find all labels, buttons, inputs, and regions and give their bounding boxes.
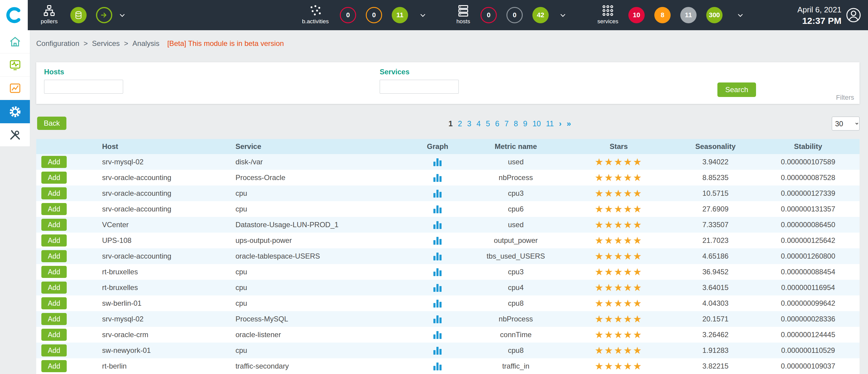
breadcrumb-services[interactable]: Services bbox=[92, 39, 120, 48]
stars-rating: ★★★★★ bbox=[563, 283, 674, 292]
add-button[interactable]: Add bbox=[41, 313, 67, 325]
status-badge-warning[interactable]: 0 bbox=[366, 7, 382, 23]
add-button[interactable]: Add bbox=[41, 266, 67, 278]
add-button[interactable]: Add bbox=[41, 156, 67, 168]
graph-icon[interactable] bbox=[433, 268, 441, 276]
stars-rating: ★★★★★ bbox=[563, 173, 674, 182]
status-badge-warning[interactable]: 8 bbox=[654, 7, 671, 23]
add-button[interactable]: Add bbox=[41, 219, 67, 231]
status-badge-up[interactable]: 42 bbox=[532, 7, 549, 23]
table-row: Add srv-oracle-accounting Process-Oracle… bbox=[36, 170, 860, 185]
sidebar-item-home[interactable] bbox=[0, 30, 30, 54]
status-badge-critical[interactable]: 0 bbox=[340, 7, 356, 23]
add-button[interactable]: Add bbox=[41, 203, 67, 215]
hosts-filter-input[interactable] bbox=[44, 80, 123, 94]
services-menu[interactable]: services bbox=[590, 4, 626, 25]
stability-cell: 0.000000107589 bbox=[756, 158, 860, 166]
hosts-menu[interactable]: hosts bbox=[445, 4, 482, 25]
page-link[interactable]: 3 bbox=[467, 119, 471, 128]
bactivities-chevron-down-icon[interactable] bbox=[419, 11, 427, 19]
status-badge-unreachable[interactable]: 0 bbox=[506, 7, 523, 23]
page-link[interactable]: 2 bbox=[458, 119, 462, 128]
filter-panel: Hosts Services Search Filters bbox=[36, 62, 860, 104]
graph-icon[interactable] bbox=[433, 221, 441, 229]
bactivities-status-badges: 0 0 11 bbox=[340, 7, 408, 23]
seasonality-cell: 27.6909 bbox=[674, 205, 756, 213]
sidebar-item-monitoring[interactable] bbox=[0, 54, 30, 77]
metric-name-cell: nbProcess bbox=[468, 173, 563, 182]
graph-icon[interactable] bbox=[433, 315, 441, 323]
add-button[interactable]: Add bbox=[41, 282, 67, 294]
page-link[interactable]: 9 bbox=[523, 119, 527, 128]
status-badge-ok[interactable]: 11 bbox=[392, 7, 408, 23]
add-button[interactable]: Add bbox=[41, 234, 67, 247]
service-cell: Process-Oracle bbox=[236, 173, 406, 182]
page-link[interactable]: 11 bbox=[546, 119, 554, 128]
add-button[interactable]: Add bbox=[41, 187, 67, 199]
graph-icon[interactable] bbox=[433, 330, 441, 339]
page-link[interactable]: 8 bbox=[514, 119, 518, 128]
graph-icon[interactable] bbox=[433, 158, 441, 166]
stability-cell: 0.000000088454 bbox=[756, 268, 860, 276]
pollers-menu[interactable]: pollers bbox=[31, 4, 67, 25]
services-filter-input[interactable] bbox=[380, 80, 459, 94]
top-bar: pollers b.activities 0 0 11 bbox=[0, 0, 868, 30]
host-cell: sw-newyork-01 bbox=[102, 346, 236, 355]
filters-toggle[interactable]: Filters bbox=[836, 94, 854, 102]
graph-icon[interactable] bbox=[433, 252, 441, 260]
search-button[interactable]: Search bbox=[717, 83, 756, 97]
status-badge-critical[interactable]: 10 bbox=[628, 7, 645, 23]
bactivities-menu[interactable]: b.activities bbox=[297, 4, 334, 25]
add-button[interactable]: Add bbox=[41, 250, 67, 262]
pollers-chevron-down-icon[interactable] bbox=[118, 11, 126, 19]
graph-icon[interactable] bbox=[433, 362, 441, 370]
seasonality-cell: 3.64015 bbox=[674, 283, 756, 292]
page-size-select[interactable]: 30 bbox=[832, 117, 860, 131]
stars-rating: ★★★★★ bbox=[563, 298, 674, 308]
table-row: Add rt-berlin traffic-secondary traffic_… bbox=[36, 358, 860, 374]
sidebar-item-configuration[interactable] bbox=[0, 100, 30, 123]
page-link[interactable]: 6 bbox=[495, 119, 499, 128]
add-button[interactable]: Add bbox=[41, 172, 67, 184]
breadcrumb-analysis[interactable]: Analysis bbox=[132, 39, 159, 48]
stability-cell: 0.000000125642 bbox=[756, 236, 860, 245]
database-icon[interactable] bbox=[70, 7, 87, 23]
centreon-logo[interactable] bbox=[0, 0, 28, 30]
user-profile-icon[interactable] bbox=[846, 7, 861, 23]
breadcrumb-configuration[interactable]: Configuration bbox=[36, 39, 80, 48]
add-button[interactable]: Add bbox=[41, 344, 67, 356]
graph-icon[interactable] bbox=[433, 346, 441, 355]
status-badge-down[interactable]: 0 bbox=[480, 7, 497, 23]
service-cell: cpu bbox=[236, 299, 406, 308]
sidebar-item-reporting[interactable] bbox=[0, 77, 30, 100]
page-link[interactable]: 5 bbox=[486, 119, 490, 128]
sidebar-item-administration[interactable] bbox=[0, 123, 30, 146]
status-badge-unknown[interactable]: 11 bbox=[680, 7, 696, 23]
graph-icon[interactable] bbox=[433, 299, 441, 308]
gauge-icon[interactable] bbox=[96, 7, 112, 23]
hosts-chevron-down-icon[interactable] bbox=[559, 11, 567, 19]
back-button[interactable]: Back bbox=[37, 117, 66, 130]
centreon-c-icon bbox=[5, 6, 23, 24]
metric-name-cell: nbProcess bbox=[468, 315, 563, 323]
graph-icon[interactable] bbox=[433, 236, 441, 245]
services-chevron-down-icon[interactable] bbox=[736, 11, 744, 19]
metric-name-cell: tbs_used_USERS bbox=[468, 252, 563, 260]
page-link[interactable]: 10 bbox=[532, 119, 541, 128]
last-page-button[interactable]: » bbox=[567, 119, 571, 128]
graph-icon[interactable] bbox=[433, 189, 441, 198]
graph-icon[interactable] bbox=[433, 205, 441, 213]
status-badge-ok[interactable]: 300 bbox=[706, 7, 722, 23]
seasonality-cell: 3.94022 bbox=[674, 158, 756, 166]
add-button[interactable]: Add bbox=[41, 329, 67, 341]
page-link[interactable]: 7 bbox=[504, 119, 508, 128]
add-button[interactable]: Add bbox=[41, 360, 67, 372]
stability-cell: 0.000000124445 bbox=[756, 330, 860, 339]
add-button[interactable]: Add bbox=[41, 297, 67, 309]
seasonality-cell: 10.5715 bbox=[674, 189, 756, 198]
graph-icon[interactable] bbox=[433, 173, 441, 182]
graph-icon[interactable] bbox=[433, 283, 441, 292]
next-page-button[interactable]: › bbox=[559, 119, 562, 128]
page-current[interactable]: 1 bbox=[448, 119, 453, 128]
page-link[interactable]: 4 bbox=[476, 119, 481, 128]
